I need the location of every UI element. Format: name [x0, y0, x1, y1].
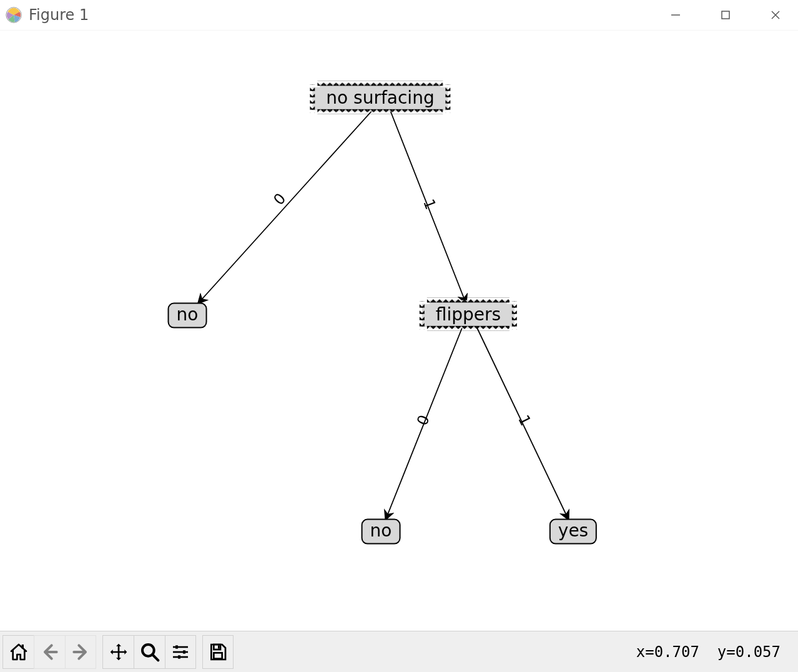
- svg-rect-12: [183, 650, 185, 653]
- svg-rect-13: [178, 655, 180, 658]
- svg-line-7: [152, 655, 158, 660]
- edge-label-flippers-yes: 1: [515, 412, 534, 428]
- app-icon: [5, 6, 22, 24]
- close-icon: [770, 9, 781, 21]
- window-minimize-button[interactable]: [658, 2, 693, 27]
- svg-rect-16: [214, 653, 222, 658]
- window-close-button[interactable]: [758, 2, 793, 27]
- edge-label-flippers-no: 0: [413, 413, 433, 428]
- toolbar-configure-button[interactable]: [165, 635, 196, 669]
- tree-leaf-yes: yes: [549, 519, 597, 545]
- tree-leaf-no-2: no: [362, 519, 401, 545]
- svg-rect-5: [21, 645, 23, 649]
- window-titlebar: Figure 1: [0, 0, 798, 30]
- toolbar-save-button[interactable]: [202, 635, 234, 669]
- edge-label-root-flippers: 1: [420, 197, 440, 212]
- tree-leaf-no-1-label: no: [177, 304, 199, 325]
- tree-node-root: no surfacing: [312, 87, 448, 111]
- edge-root-to-no: [199, 111, 372, 303]
- zoom-icon: [140, 642, 160, 662]
- svg-rect-15: [218, 645, 220, 648]
- cursor-coordinates: x=0.707 y=0.057: [636, 643, 796, 661]
- svg-rect-11: [175, 645, 178, 648]
- edge-label-root-no: 0: [270, 190, 289, 209]
- matplotlib-toolbar: x=0.707 y=0.057: [0, 631, 798, 672]
- toolbar-forward-button[interactable]: [65, 635, 96, 669]
- tree-leaf-no-1: no: [168, 303, 207, 329]
- move-icon: [109, 642, 129, 662]
- tree-leaf-yes-label: yes: [558, 520, 588, 541]
- window-title: Figure 1: [29, 6, 89, 24]
- arrow-right-icon: [71, 642, 91, 662]
- svg-rect-2: [722, 11, 729, 19]
- toolbar-back-button[interactable]: [34, 635, 65, 669]
- arrow-left-icon: [40, 642, 60, 662]
- toolbar-home-button[interactable]: [2, 635, 34, 669]
- home-icon: [9, 642, 29, 662]
- toolbar-pan-button[interactable]: [102, 635, 134, 669]
- tree-leaf-no-2-label: no: [370, 520, 392, 541]
- sliders-icon: [170, 642, 190, 662]
- tree-node-root-label: no surfacing: [326, 87, 434, 108]
- toolbar-zoom-button[interactable]: [134, 635, 165, 669]
- window-maximize-button[interactable]: [708, 2, 743, 27]
- tree-node-flippers: flippers: [422, 304, 515, 327]
- maximize-icon: [720, 9, 731, 21]
- save-icon: [208, 642, 228, 662]
- figure-canvas[interactable]: no surfacing no flippers no yes 0 1 0 1: [0, 30, 798, 630]
- minimize-icon: [670, 9, 681, 21]
- tree-node-flippers-label: flippers: [436, 304, 501, 325]
